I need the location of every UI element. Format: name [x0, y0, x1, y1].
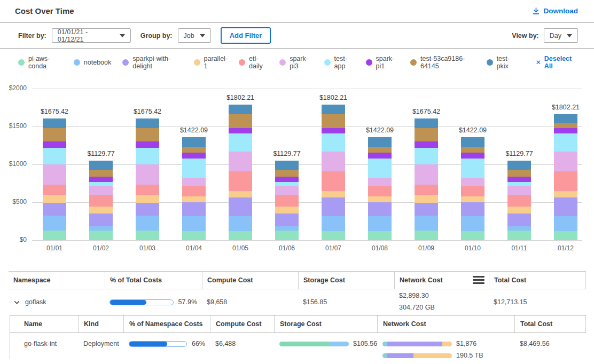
bar-segment-sparkpi-with-delight: [415, 203, 438, 215]
legend-items: pi-aws-condanotebooksparkpi-with-delight…: [18, 55, 518, 70]
legend-item-etl-daily[interactable]: etl-daily: [239, 55, 268, 70]
legend-item-parallel-1[interactable]: parallel-1: [194, 55, 228, 70]
bar-segment-etl-daily: [507, 195, 531, 207]
col-pct-namespace-costs: % of Namespace Costs: [123, 315, 210, 333]
stacked-bar-01/05[interactable]: [229, 105, 252, 240]
legend-item-spark-pi3[interactable]: spark-pi3: [279, 55, 312, 70]
stacked-bar-01/02[interactable]: [89, 161, 113, 240]
bar-segment-notebook: [368, 216, 392, 231]
bar-segment: [279, 342, 330, 346]
legend-item-sparkpi-with-delight[interactable]: sparkpi-with-delight: [122, 55, 182, 70]
col-pct-total-costs: % of Total Costs: [105, 272, 202, 289]
network-usage-value: 190.5 TB: [456, 352, 483, 359]
namespace-table-header: Namespace % of Total Costs Compute Cost …: [9, 272, 586, 289]
pct-total-costs-value: 57.9%: [178, 298, 197, 306]
bar-segment: [413, 353, 452, 358]
bar-segment-spark-pi1: [415, 141, 438, 147]
deselect-all-button[interactable]: ✕ Deselect All: [536, 55, 578, 70]
date-range-value: 01/01/21 - 01/12/21: [58, 28, 114, 43]
bar-segment-notebook: [275, 226, 299, 231]
download-button[interactable]: Download: [532, 7, 579, 15]
legend-label: test-53ca9186-64145: [420, 55, 475, 70]
column-menu-icon[interactable]: [473, 276, 484, 284]
bar-segment-test-53ca9186-64145: [507, 170, 531, 177]
bar-segment-test-pkix: [322, 105, 345, 114]
bar-segment-spark-pi3: [229, 152, 252, 171]
legend-dot: [366, 59, 372, 66]
bar-segment-notebook: [507, 226, 531, 231]
col-kind: Kind: [78, 315, 123, 333]
table-row-go-flask-int[interactable]: go-flask-int Deployment 66% $6,488 $105.…: [10, 333, 586, 359]
bar-segment-sparkpi-with-delight: [89, 213, 113, 227]
legend-item-test-app[interactable]: test-app: [324, 55, 355, 70]
bar-segment-etl-daily: [415, 185, 438, 195]
bar-segment-spark-pi3: [275, 186, 299, 195]
bar-segment-test-pkix: [89, 161, 113, 170]
legend-item-test-53ca9186-64145[interactable]: test-53ca9186-64145: [410, 55, 475, 70]
stacked-bar-01/08[interactable]: [368, 137, 392, 240]
gridline: [32, 164, 582, 165]
bar-segment-test-pkix: [554, 114, 577, 123]
bar-segment: [387, 342, 442, 346]
bar-segment-spark-pi1: [322, 128, 345, 133]
bar-segment-sparkpi-with-delight: [554, 197, 577, 216]
bar-segment-test-pkix: [182, 137, 206, 147]
group-by-label: Group by:: [140, 32, 173, 39]
legend-item-notebook[interactable]: notebook: [74, 59, 111, 66]
total-cost-value: $8,469.56: [514, 333, 586, 347]
bar-segment-etl-daily: [554, 171, 577, 191]
legend-item-pi-aws-conda[interactable]: pi-aws-conda: [18, 55, 62, 70]
stacked-bar-01/06[interactable]: [275, 161, 299, 240]
x-axis-tick: 01/08: [361, 244, 398, 252]
bar-segment-sparkpi-with-delight: [229, 197, 252, 216]
date-range-select[interactable]: 01/01/21 - 01/12/21: [52, 28, 131, 43]
chevron-down-icon: [200, 34, 205, 37]
legend-item-test-pkix[interactable]: test-pkix: [487, 55, 518, 70]
page-title: Cost Over Time: [15, 6, 74, 15]
stacked-bar-01/04[interactable]: [182, 137, 206, 240]
compute-cost-value: $6,488: [210, 333, 274, 347]
bar-total-label: $1129.77: [77, 150, 125, 157]
y-axis-tick: $1500: [0, 122, 27, 130]
workload-name: go-flask-int: [10, 333, 78, 347]
bar-segment: [387, 353, 413, 358]
bar-segment-notebook: [136, 216, 159, 231]
stacked-bar-01/07[interactable]: [322, 105, 345, 240]
stacked-bar-01/11[interactable]: [507, 161, 531, 240]
col-namespace: Namespace: [9, 272, 105, 289]
col-network-cost: Network Cost: [394, 272, 489, 289]
stacked-bar-01/03[interactable]: [136, 118, 159, 240]
bar-segment-test-53ca9186-64145: [415, 128, 438, 142]
filter-row: Filter by: 01/01/21 - 01/12/21 Group by:…: [0, 23, 594, 49]
col-compute-cost: Compute Cost: [210, 315, 274, 333]
bar-segment-spark-pi1: [182, 153, 206, 159]
bar-segment-test-app: [182, 159, 206, 178]
bar-segment-test-53ca9186-64145: [43, 128, 66, 142]
bar-segment-test-53ca9186-64145: [461, 147, 484, 153]
bar-segment-spark-pi1: [554, 128, 577, 133]
bar-segment-test-app: [136, 148, 159, 164]
namespace-expander[interactable]: goflask: [9, 298, 105, 306]
bar-segment-spark-pi1: [368, 153, 392, 159]
stacked-bar-01/12[interactable]: [554, 114, 577, 240]
x-axis-tick: 01/03: [129, 244, 166, 252]
bar-segment-sparkpi-with-delight: [275, 213, 299, 227]
titlebar: Cost Over Time Download: [0, 0, 594, 23]
chart-legend: pi-aws-condanotebooksparkpi-with-delight…: [0, 49, 594, 76]
bar-segment-pi-aws-conda: [554, 231, 577, 240]
table-row-goflask[interactable]: goflask 57.9% $9,658 $156.85 $2,898.30 3…: [9, 289, 586, 315]
stacked-bar-01/10[interactable]: [461, 137, 484, 240]
bar-segment-spark-pi3: [507, 186, 531, 195]
add-filter-button[interactable]: Add Filter: [221, 27, 271, 44]
chevron-down-icon: [567, 34, 572, 37]
stacked-bar-01/09[interactable]: [415, 118, 438, 240]
view-by-select[interactable]: Day: [544, 28, 578, 43]
bar-segment-parallel-1: [554, 191, 577, 198]
legend-item-spark-pi1[interactable]: spark-pi1: [366, 55, 399, 70]
bar-segment-parallel-1: [182, 196, 206, 202]
network-usage-value: 304,720 GB: [399, 302, 484, 314]
storage-cost-bar: [279, 342, 349, 346]
stacked-bar-01/01[interactable]: [43, 118, 66, 240]
group-by-select[interactable]: Job: [178, 28, 211, 43]
bar-segment-etl-daily: [43, 185, 66, 195]
